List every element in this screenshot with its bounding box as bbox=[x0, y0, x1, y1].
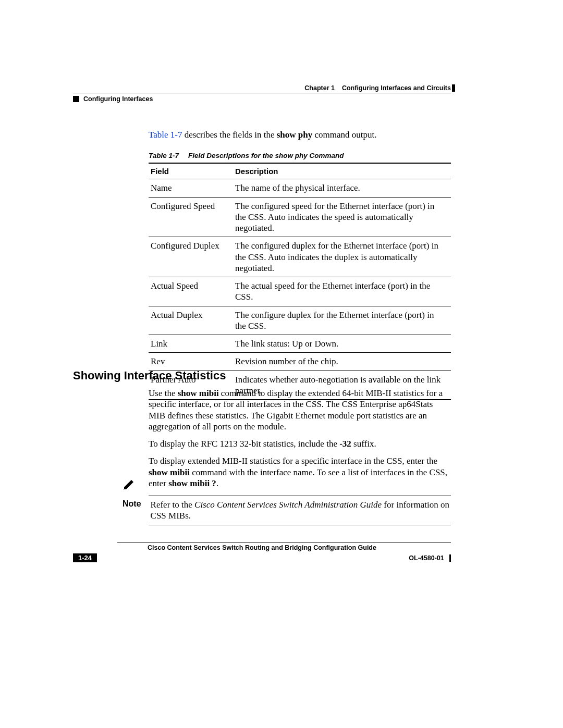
section-header: Configuring Interfaces bbox=[73, 95, 451, 103]
field-descriptions-table: Field Description NameThe name of the ph… bbox=[149, 163, 451, 400]
pencil-icon bbox=[123, 478, 136, 490]
note-rule-bottom bbox=[149, 525, 451, 525]
table-caption: Table 1-7Field Descriptions for the show… bbox=[149, 152, 451, 159]
chapter-number: Chapter 1 bbox=[304, 84, 335, 92]
page-number: 1-24 bbox=[73, 553, 97, 562]
command-name: show phy bbox=[277, 130, 313, 140]
col-header-field: Field bbox=[149, 163, 233, 179]
book-title: Cisco Content Services Switch Routing an… bbox=[73, 544, 451, 551]
table-row: Configured DuplexThe configured duplex f… bbox=[149, 237, 451, 277]
section-title: Configuring Interfaces bbox=[83, 95, 153, 103]
note-label: Note bbox=[123, 499, 141, 509]
table-cross-ref-link[interactable]: Table 1-7 bbox=[149, 130, 182, 140]
footer-end-marker bbox=[449, 554, 451, 562]
paragraph: To display the RFC 1213 32-bit statistic… bbox=[149, 438, 451, 449]
table-row: LinkThe link status: Up or Down. bbox=[149, 335, 451, 353]
table-row: RevRevision number of the chip. bbox=[149, 353, 451, 371]
note-rule-top bbox=[149, 496, 451, 496]
command-suffix: -32 bbox=[339, 439, 351, 449]
chapter-title: Configuring Interfaces and Circuits bbox=[342, 84, 451, 92]
command-name: show mibii bbox=[178, 388, 219, 398]
footer-rule bbox=[117, 542, 451, 542]
table-row: NameThe name of the physical interface. bbox=[149, 179, 451, 197]
section-marker-icon bbox=[73, 96, 79, 102]
page-footer: Cisco Content Services Switch Routing an… bbox=[73, 542, 451, 563]
table-row: Actual DuplexThe configure duplex for th… bbox=[149, 306, 451, 335]
header-end-marker bbox=[452, 84, 455, 92]
note-block: Note Refer to the Cisco Content Services… bbox=[123, 478, 451, 528]
table-row: Configured SpeedThe configured speed for… bbox=[149, 197, 451, 237]
chapter-header: Chapter 1Configuring Interfaces and Circ… bbox=[73, 84, 451, 92]
table-number: Table 1-7 bbox=[149, 152, 179, 159]
header-rule bbox=[73, 93, 451, 93]
table-row: Actual SpeedThe actual speed for the Eth… bbox=[149, 277, 451, 306]
table-title: Field Descriptions for the show phy Comm… bbox=[188, 152, 344, 159]
col-header-description: Description bbox=[233, 163, 451, 179]
section-heading: Showing Interface Statistics bbox=[73, 369, 226, 382]
document-id: OL-4580-01 bbox=[409, 554, 444, 562]
paragraph: Use the show mibii command to display th… bbox=[149, 388, 451, 432]
intro-paragraph: Table 1-7 describes the fields in the sh… bbox=[149, 129, 451, 140]
command-name: show mibii bbox=[149, 467, 190, 477]
note-text: Refer to the Cisco Content Services Swit… bbox=[151, 499, 451, 522]
book-reference: Cisco Content Services Switch Administra… bbox=[194, 500, 382, 510]
